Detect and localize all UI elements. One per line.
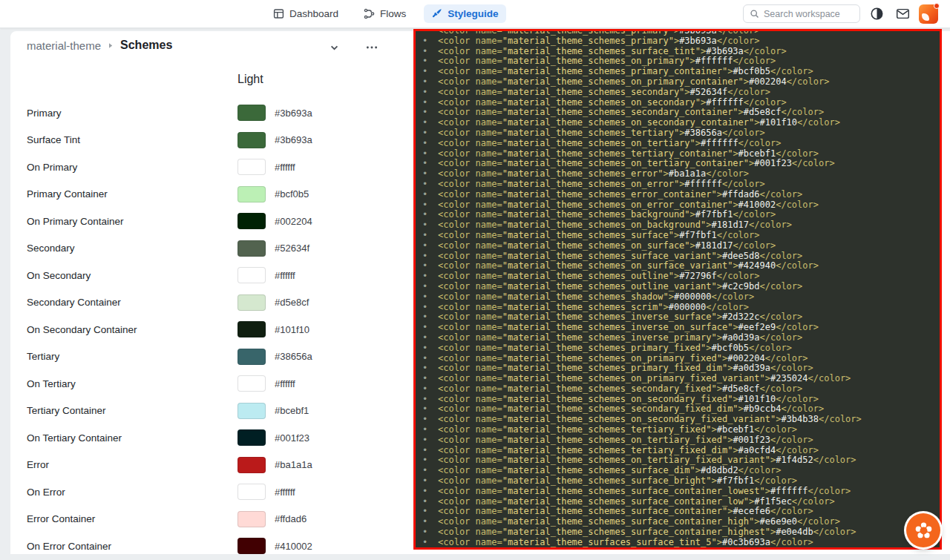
color-swatch[interactable]	[238, 105, 266, 121]
breadcrumb-current-page: Schemes	[120, 39, 172, 52]
color-swatch[interactable]	[238, 267, 266, 283]
code-line: •<color name="material_theme_schemes_err…	[422, 169, 935, 179]
code-line: •<color name="material_theme_schemes_on_…	[422, 354, 935, 364]
code-line: •<color name="material_theme_schemes_scr…	[422, 303, 935, 313]
code-line: •<color name="material_theme_schemes_sur…	[422, 251, 935, 262]
pinwheel-logo-icon	[914, 521, 934, 541]
code-line: •<color name="material_theme_schemes_sur…	[422, 507, 935, 517]
breadcrumb-parent[interactable]: material-theme	[27, 39, 101, 52]
code-line: •<color name="material_theme_schemes_pri…	[422, 363, 935, 374]
token-label: Surface Tint	[27, 134, 238, 145]
search-icon	[750, 9, 759, 19]
styleguide-icon	[431, 8, 442, 19]
top-navigation-bar: Dashboard Flows Styleguide	[0, 0, 950, 28]
code-line: •<color name="material_theme_schemes_on_…	[422, 374, 935, 384]
color-swatch[interactable]	[238, 294, 266, 311]
code-line: •<color name="material_theme_schemes_out…	[422, 271, 935, 282]
page-dropdown-button[interactable]	[330, 43, 339, 53]
code-line: •<color name="material_theme_schemes_ter…	[422, 128, 935, 139]
code-line: •<color name="material_theme_schemes_on_…	[422, 139, 935, 149]
code-line: •<color name="material_theme_schemes_on_…	[422, 77, 935, 88]
color-swatch[interactable]	[238, 429, 266, 446]
color-swatch[interactable]	[238, 240, 266, 257]
code-line: •<color name="material_theme_schemes_ter…	[422, 425, 935, 435]
code-line: •<color name="material_theme_surfaces_su…	[422, 538, 935, 548]
token-label: On Tertiary	[27, 378, 238, 389]
code-line: •<color name="material_theme_schemes_inv…	[422, 333, 935, 343]
code-line: •<color name="material_theme_schemes_on_…	[422, 395, 935, 405]
color-swatch[interactable]	[238, 375, 266, 392]
mode-column-header: Light	[238, 73, 263, 86]
color-swatch[interactable]	[238, 159, 266, 175]
code-line: •<color name="material_theme_schemes_sur…	[422, 517, 935, 527]
code-line: •<color name="material_theme_schemes_sur…	[422, 487, 935, 497]
color-swatch[interactable]	[238, 321, 266, 337]
code-line: •<color name="material_theme_schemes_on_…	[422, 118, 935, 128]
color-swatch[interactable]	[238, 132, 266, 148]
code-line: •<color name="material_theme_schemes_sec…	[422, 384, 935, 395]
xml-code: •<color name="material_theme_schemes_pri…	[416, 31, 940, 548]
code-line: •<color name="material_theme_schemes_ter…	[422, 149, 935, 159]
code-line: •<color name="material_theme_schemes_inv…	[422, 312, 935, 323]
color-swatch[interactable]	[238, 457, 266, 473]
code-line: •<color name="material_theme_schemes_sur…	[422, 231, 935, 241]
mail-icon	[896, 7, 910, 21]
token-label: On Error Container	[27, 541, 238, 552]
token-label: On Error	[27, 487, 238, 498]
more-options-button[interactable]	[365, 41, 379, 54]
token-label: Primary Container	[27, 188, 238, 200]
token-label: Error Container	[27, 513, 238, 524]
token-label: On Primary Container	[27, 216, 238, 227]
code-line: •<color name="material_theme_schemes_on_…	[422, 415, 935, 425]
code-line: •<color name="material_theme_schemes_on_…	[422, 435, 935, 446]
code-line: •<color name="material_theme_schemes_out…	[422, 282, 935, 292]
code-line: •<color name="material_theme_schemes_err…	[422, 190, 935, 200]
code-line: •<color name="material_theme_schemes_sec…	[422, 88, 935, 98]
token-label: On Primary	[27, 162, 238, 173]
tab-dashboard[interactable]: Dashboard	[266, 4, 346, 23]
workspace-avatar[interactable]	[919, 4, 938, 24]
topbar-right-controls	[743, 0, 938, 27]
token-label: Error	[27, 459, 238, 470]
code-line: •<color name="material_theme_schemes_on_…	[422, 241, 935, 251]
tab-label: Styleguide	[448, 8, 498, 19]
color-swatch[interactable]	[238, 511, 266, 527]
code-line: •<color name="material_theme_schemes_on_…	[422, 455, 935, 466]
token-label: On Secondary Container	[27, 324, 238, 335]
theme-toggle-icon	[870, 7, 884, 21]
code-line: •<color name="material_theme_schemes_inv…	[422, 323, 935, 333]
breadcrumb-separator-icon	[108, 42, 114, 49]
notification-dot	[934, 3, 940, 9]
breadcrumb: material-theme Schemes	[27, 39, 172, 52]
code-line: •<color name="material_theme_schemes_on_…	[422, 159, 935, 169]
token-label: Secondary	[27, 243, 238, 254]
color-swatch[interactable]	[238, 186, 266, 202]
color-swatch[interactable]	[238, 403, 266, 419]
workspace-search[interactable]	[743, 4, 860, 23]
color-swatch[interactable]	[238, 213, 266, 229]
token-label: On Secondary	[27, 270, 238, 281]
tab-label: Flows	[380, 8, 406, 19]
color-swatch[interactable]	[238, 484, 266, 500]
code-line: •<color name="material_theme_schemes_sec…	[422, 108, 935, 118]
code-line: •<color name="material_theme_schemes_on_…	[422, 261, 935, 271]
code-line: •<color name="material_theme_schemes_sur…	[422, 527, 935, 538]
tab-flows[interactable]: Flows	[356, 4, 413, 23]
color-swatch[interactable]	[238, 538, 266, 554]
code-line: •<color name="material_theme_schemes_on_…	[422, 179, 935, 190]
search-input[interactable]	[764, 9, 854, 19]
code-line: •<color name="material_theme_schemes_pri…	[422, 36, 935, 47]
floating-action-button[interactable]	[906, 513, 940, 547]
code-line: •<color name="material_theme_schemes_on_…	[422, 220, 935, 231]
inbox-button[interactable]	[893, 4, 912, 24]
code-line: •<color name="material_theme_schemes_on_…	[422, 98, 935, 108]
theme-toggle-button[interactable]	[867, 4, 886, 24]
code-line: •<color name="material_theme_schemes_sur…	[422, 466, 935, 476]
code-line: •<color name="material_theme_schemes_bac…	[422, 210, 935, 220]
code-line: •<color name="material_theme_schemes_pri…	[422, 343, 935, 354]
code-line: •<color name="material_theme_schemes_sur…	[422, 47, 935, 57]
code-export-panel[interactable]: •<color name="material_theme_schemes_pri…	[413, 29, 942, 550]
color-swatch[interactable]	[238, 349, 266, 365]
code-line: •<color name="material_theme_schemes_ter…	[422, 446, 935, 456]
tab-styleguide[interactable]: Styleguide	[424, 4, 505, 23]
